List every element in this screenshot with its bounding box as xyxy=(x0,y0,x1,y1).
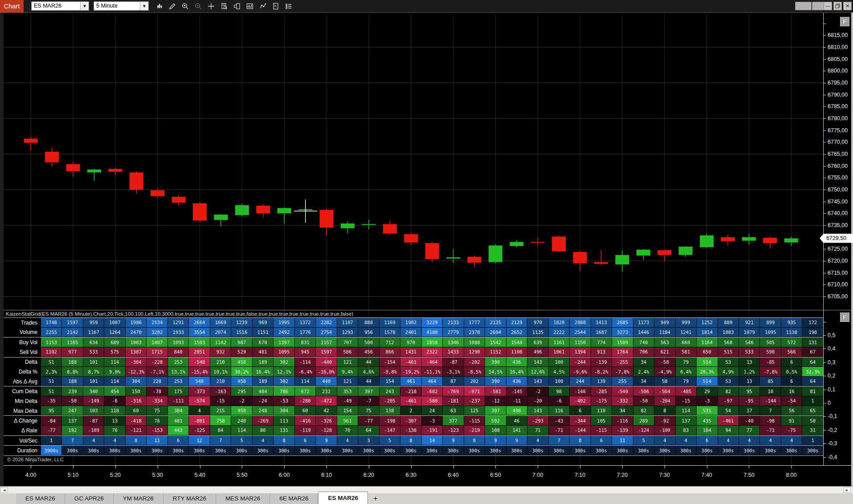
stat-cell: 300s xyxy=(760,446,780,455)
stat-cell: 172 xyxy=(802,318,823,327)
stat-cell: 192 xyxy=(62,426,82,435)
restore-button[interactable] xyxy=(833,2,842,10)
stat-cell: 969 xyxy=(253,318,273,327)
stat-cell: 639 xyxy=(527,337,548,347)
focus-button-price-panel[interactable]: F xyxy=(840,17,849,26)
stat-cell: -6 xyxy=(549,396,569,406)
indicator-tick xyxy=(823,362,826,363)
data-box-icon[interactable] xyxy=(218,1,230,12)
stat-cell: -9,8% xyxy=(380,367,400,376)
stat-cell: 970 xyxy=(527,318,548,327)
stat-row-volume: Volume2255214211671264247032021933355420… xyxy=(4,328,823,337)
add-tab-button[interactable]: + xyxy=(368,493,383,504)
interval-selector[interactable]: 5 Minute ▼ xyxy=(94,1,149,11)
stat-cell: -402 xyxy=(570,396,590,406)
minimize-button[interactable]: — xyxy=(824,2,832,10)
chart-trader-icon[interactable] xyxy=(231,1,243,12)
stat-cell: 1542 xyxy=(485,337,506,347)
stat-cell: 1 xyxy=(802,396,823,406)
stat-cell: 561 xyxy=(337,416,358,425)
strategies-icon[interactable] xyxy=(257,1,269,12)
indicators-icon[interactable] xyxy=(244,1,256,12)
stat-cell: 1108 xyxy=(506,347,527,357)
stat-cell: -145 xyxy=(506,386,527,396)
chart-style-icon[interactable] xyxy=(154,1,165,12)
stat-cell: 712 xyxy=(380,337,400,347)
stat-cell: 0,5% xyxy=(781,367,802,376)
instrument-link-button[interactable] xyxy=(795,2,812,10)
stat-cell: -40 xyxy=(739,416,759,425)
price-axis-label: 6705,00 xyxy=(828,293,848,300)
chevron-down-icon[interactable]: ▼ xyxy=(80,2,89,10)
stat-row-abs-avg: Abs Δ Avg5118810111430422825354821045818… xyxy=(4,377,823,386)
price-axis-label: 6780,00 xyxy=(828,115,848,122)
chevron-down-icon[interactable]: ▼ xyxy=(140,2,148,10)
stat-cell: 2 xyxy=(400,406,421,415)
stat-cell: 6 xyxy=(168,436,188,445)
stat-row-duration: Duration3900s300s300s300s300s300s300s300… xyxy=(4,445,823,456)
stat-cell: 9 xyxy=(506,436,527,445)
stat-cell: 210 xyxy=(210,377,231,386)
stat-cell: 300s xyxy=(570,446,590,455)
stat-cell: 188 xyxy=(62,377,82,386)
ninjatrader-chart-window: Chart ES MAR26 ▼ 5 Minute ▼ —✕ KaizenSta… xyxy=(0,0,853,504)
stat-cell: 1102 xyxy=(41,347,61,357)
scroll-right-button[interactable]: ► xyxy=(843,487,851,493)
horizontal-scrollbar[interactable]: ◄ ► xyxy=(0,486,853,493)
stat-cell: -147 xyxy=(380,426,400,435)
tab-mes-mar26[interactable]: MES MAR26 xyxy=(216,493,270,504)
stat-cell: 515 xyxy=(718,347,739,357)
stat-cell: -77 xyxy=(41,426,61,435)
crosshair-icon[interactable] xyxy=(205,1,217,12)
stat-cell: 101 xyxy=(83,377,104,386)
stat-cell: 46 xyxy=(506,416,527,425)
time-tick xyxy=(538,466,538,468)
stat-cell: 1387 xyxy=(126,347,146,357)
drawing-tools-icon[interactable] xyxy=(167,1,178,12)
stat-cell: 397 xyxy=(358,386,379,396)
panel-splitter[interactable] xyxy=(4,310,851,310)
stat-cell: 8 xyxy=(273,436,294,445)
stat-cell: 51 xyxy=(41,377,61,386)
tab-es-mar26[interactable]: ES MAR26 xyxy=(16,493,65,504)
stat-cell: 2685 xyxy=(612,318,633,327)
stat-cell: 4 xyxy=(760,436,780,445)
stat-cell: 9,4% xyxy=(337,367,358,376)
script-editor-icon[interactable] xyxy=(270,1,282,12)
tab-rty-mar26[interactable]: RTY MAR26 xyxy=(163,493,216,504)
stat-row-trades: Trades1748159795910071986253412912664166… xyxy=(4,317,823,328)
stat-cell: 1165 xyxy=(62,337,82,347)
stat-cell: 3900s xyxy=(41,446,61,455)
stat-cell: -307 xyxy=(400,416,421,425)
tab-es-mar26-active[interactable]: ES MAR26 xyxy=(318,492,368,504)
indicator-axis-label: 0,3 xyxy=(828,359,835,366)
stat-cell: 590 xyxy=(760,347,780,357)
stat-cell: 79 xyxy=(676,377,696,386)
tab-6e-mar26[interactable]: 6E MAR26 xyxy=(270,493,318,504)
stat-cell: 831 xyxy=(295,337,315,347)
properties-icon[interactable] xyxy=(283,1,294,12)
stat-cell: 4 xyxy=(337,436,358,445)
price-axis-label: 6810,00 xyxy=(828,44,848,50)
zoom-in-icon[interactable] xyxy=(180,1,191,12)
stat-cell: 28,3% xyxy=(697,367,717,376)
stat-cell: 353 xyxy=(337,386,358,396)
close-button[interactable]: ✕ xyxy=(843,2,852,10)
chart-menu-button[interactable]: Chart xyxy=(0,0,24,12)
stat-cell: 2074 xyxy=(210,328,231,337)
stat-cell: 706 xyxy=(633,347,654,357)
tab-ym-mar26[interactable]: YM MAR26 xyxy=(114,493,163,504)
zoom-out-icon[interactable] xyxy=(192,1,204,12)
stat-cell: -9,6% xyxy=(570,367,590,376)
stat-cell: 64 xyxy=(802,358,823,367)
instrument-selector[interactable]: ES MAR26 ▼ xyxy=(31,1,89,11)
stat-cell: 300s xyxy=(718,446,739,455)
indicator-axis-label: 0,1 xyxy=(828,386,835,393)
stat-cell: 1061 xyxy=(549,347,569,357)
scroll-left-button[interactable]: ◄ xyxy=(0,487,8,493)
stat-cell: 6,4% xyxy=(676,367,696,376)
focus-button-indicator-panel[interactable]: F xyxy=(840,313,849,322)
tab-gc-apr26[interactable]: GC APR26 xyxy=(65,493,114,504)
indicator-axis-label: 0,2 xyxy=(828,373,835,379)
time-axis[interactable]: 4:005:105:205:305:405:506:006:106:206:30… xyxy=(4,466,851,486)
